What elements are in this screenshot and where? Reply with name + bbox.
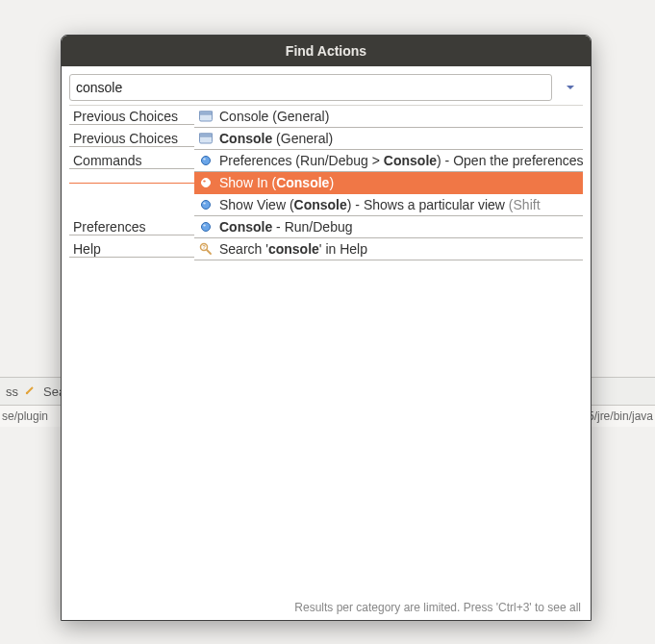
search-row (62, 66, 591, 105)
result-content: Show View (Console) - Shows a particular… (194, 194, 583, 216)
result-content: Show In (Console) (194, 172, 583, 194)
bg-path-left: se/plugin (2, 409, 48, 423)
result-content: Console (General) (194, 128, 583, 150)
search-input[interactable] (69, 74, 552, 101)
svg-rect-2 (200, 111, 213, 114)
search-tab-icon (24, 384, 38, 398)
category-label: Previous Choices (69, 109, 194, 125)
dialog-titlebar: Find Actions (62, 36, 591, 66)
svg-point-0 (26, 392, 28, 394)
chevron-down-icon (565, 82, 576, 93)
footer-text: Results per category are limited. Press … (294, 601, 581, 614)
dot-icon (198, 197, 214, 212)
result-row[interactable]: Previous ChoicesConsole (General) (69, 106, 583, 128)
result-text: Console (General) (219, 109, 329, 124)
help-icon: ? (198, 241, 214, 257)
dot-icon (198, 219, 214, 235)
bg-path-right: 5/jre/bin/java (588, 409, 653, 423)
result-row[interactable]: CommandsPreferences (Run/Debug > Console… (69, 150, 583, 172)
result-text: Show View (Console) - Shows a particular… (219, 197, 541, 212)
result-text: Console - Run/Debug (219, 219, 353, 235)
result-text: Show In (Console) (219, 175, 334, 190)
result-text: Preferences (Run/Debug > Console) - Open… (219, 153, 583, 168)
svg-rect-4 (200, 134, 213, 136)
result-row[interactable]: Show In (Console) (69, 172, 583, 194)
svg-point-16 (203, 225, 206, 227)
dot-icon (198, 153, 214, 168)
result-row[interactable]: Help?Search 'console' in Help (69, 238, 583, 260)
results-list: Previous ChoicesConsole (General)Previou… (69, 105, 583, 595)
result-content: Console (General) (194, 106, 583, 128)
svg-point-7 (203, 159, 206, 161)
svg-text:?: ? (202, 244, 206, 250)
category-label: Help (69, 241, 194, 258)
result-content: Preferences (Run/Debug > Console) - Open… (194, 150, 583, 172)
result-row[interactable]: PreferencesConsole - Run/Debug (69, 216, 583, 238)
category-label: Commands (69, 153, 194, 169)
category-label (69, 205, 194, 206)
result-text: Search 'console' in Help (219, 241, 367, 257)
result-content: Console - Run/Debug (194, 216, 583, 238)
result-text: Console (General) (219, 131, 333, 146)
dialog-footer: Results per category are limited. Press … (62, 595, 591, 620)
bg-tab-fragment-left: ss (6, 384, 18, 399)
category-label: Previous Choices (69, 131, 194, 147)
console-icon (198, 131, 214, 146)
svg-point-13 (203, 203, 206, 205)
result-row[interactable]: Show View (Console) - Shows a particular… (69, 194, 583, 216)
result-row[interactable]: Previous ChoicesConsole (General) (69, 128, 583, 150)
dropdown-button[interactable] (558, 74, 583, 101)
dialog-title: Find Actions (286, 43, 366, 59)
category-label: Preferences (69, 219, 194, 235)
dot-icon (198, 175, 214, 190)
result-content: ?Search 'console' in Help (194, 238, 583, 260)
svg-point-10 (203, 181, 206, 183)
category-label (69, 183, 194, 184)
console-icon (198, 109, 214, 124)
find-actions-dialog: Find Actions Previous ChoicesConsole (Ge… (61, 35, 592, 621)
